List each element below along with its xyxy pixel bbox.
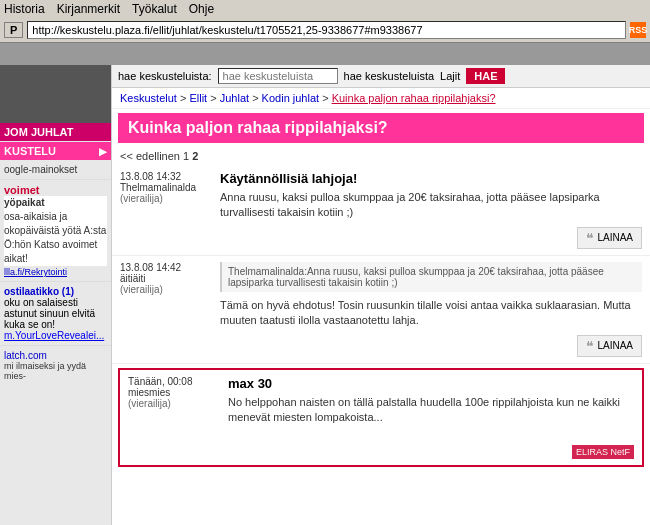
post-date-2: 13.8.08 14:42	[120, 262, 220, 273]
search-label-2: hae keskusteluista	[344, 70, 435, 82]
post-date-1: 13.8.08 14:32	[120, 171, 220, 182]
latch-link[interactable]: latch.com	[4, 350, 107, 361]
breadcrumb: Keskustelut > Ellit > Juhlat > Kodin juh…	[112, 88, 650, 109]
lajit-label: Lajit	[440, 70, 460, 82]
sidebar-juhlat[interactable]: JOM JUHLAT	[0, 123, 111, 141]
quote-icon-2: ❝	[586, 338, 594, 354]
post-content-2: Thelmamalinalda:Anna ruusu, kaksi pulloa…	[220, 262, 642, 357]
post-actions-2: ❝ LAINAA	[220, 335, 642, 357]
lainaa-button-2[interactable]: ❝ LAINAA	[577, 335, 642, 357]
post-author-1: Thelmamalinalda	[120, 182, 220, 193]
post-meta-1: 13.8.08 14:32 Thelmamalinalda (vierailij…	[120, 171, 220, 249]
content-area: hae keskusteluista: hae keskusteluista L…	[112, 65, 650, 525]
post-item-1: 13.8.08 14:32 Thelmamalinalda (vierailij…	[112, 165, 650, 256]
post-author-paren-1: (vierailija)	[120, 193, 220, 204]
post-item-2: 13.8.08 14:42 äitiäiti (vierailija) Thel…	[112, 256, 650, 364]
sidebar-avoimet-title: voimet	[4, 184, 107, 196]
breadcrumb-keskustelut[interactable]: Keskustelut	[120, 92, 177, 104]
highlighted-post-content: max 30 No helppohan naisten on tällä pal…	[228, 376, 634, 460]
sidebar-avoimet-link[interactable]: llla.fi/Rekrytointi	[4, 267, 67, 277]
address-bar: P RSS	[0, 18, 650, 42]
sidebar-top-image	[0, 65, 111, 123]
sidebar: JOM JUHLAT KUSTELU ▶ oogle-mainokset voi…	[0, 65, 112, 525]
highlighted-post-text: No helppohan naisten on tällä palstalla …	[228, 395, 634, 426]
breadcrumb-juhlat[interactable]: Juhlat	[220, 92, 249, 104]
lainaa-button-1[interactable]: ❝ LAINAA	[577, 227, 642, 249]
sidebar-latch-text: mi ilmaiseksi ja yydä mies-	[4, 361, 107, 381]
breadcrumb-current: Kuinka paljon rahaa rippilahjaksi?	[332, 92, 496, 104]
highlighted-post-author: miesmies	[128, 387, 228, 398]
menu-ohje[interactable]: Ohje	[189, 2, 214, 16]
watermark-area: ELIRAS NetF	[228, 429, 634, 459]
search-row: hae keskusteluista: hae keskusteluista L…	[112, 65, 650, 88]
highlighted-post-date: Tänään, 00:08	[128, 376, 228, 387]
pagination: << edellinen 1 2	[112, 147, 650, 165]
breadcrumb-ellit[interactable]: Ellit	[189, 92, 207, 104]
post-meta-2: 13.8.08 14:42 äitiäiti (vierailija)	[120, 262, 220, 357]
arrow-icon: ▶	[99, 146, 107, 157]
highlighted-post-title: max 30	[228, 376, 634, 391]
current-page: 2	[192, 150, 198, 162]
highlighted-post-author-paren: (vierailija)	[128, 398, 228, 409]
sidebar-latch: latch.com mi ilmaiseksi ja yydä mies-	[0, 346, 111, 385]
post-author-paren-2: (vierailija)	[120, 284, 220, 295]
highlighted-post: Tänään, 00:08 miesmies (vierailija) max …	[118, 368, 644, 468]
post-content-1: Käytännöllisiä lahjoja! Anna ruusu, kaks…	[220, 171, 642, 249]
rss-icon[interactable]: RSS	[630, 22, 646, 38]
search-input-1[interactable]	[218, 68, 338, 84]
sidebar-postilaatikko-text: oku on salaisesti astunut sinuun elvitä …	[4, 297, 107, 330]
sidebar-avoimet: voimet yöpaikat osa-aikaisia ja okopäivä…	[0, 180, 111, 282]
browser-chrome: Historia Kirjanmerkit Työkalut Ohje P RS…	[0, 0, 650, 43]
address-input[interactable]	[27, 21, 626, 39]
page-title: Kuinka paljon rahaa rippilahjaksi?	[118, 113, 644, 143]
quote-box-2: Thelmamalinalda:Anna ruusu, kaksi pulloa…	[220, 262, 642, 292]
sidebar-avoimet-subtitle: yöpaikat osa-aikaisia ja okopäiväistä yö…	[4, 196, 107, 266]
menu-historia[interactable]: Historia	[4, 2, 45, 16]
hae-button[interactable]: HAE	[466, 68, 505, 84]
sidebar-postilaatikko-title[interactable]: ostilaatikko (1)	[4, 286, 107, 297]
sidebar-google-ads: oogle-mainokset	[0, 160, 111, 180]
main-layout: JOM JUHLAT KUSTELU ▶ oogle-mainokset voi…	[0, 65, 650, 525]
watermark: ELIRAS NetF	[572, 445, 634, 459]
tab-bar	[0, 43, 650, 65]
quote-icon-1: ❝	[586, 230, 594, 246]
menu-kirjanmerkit[interactable]: Kirjanmerkit	[57, 2, 120, 16]
sidebar-postilaatikko: ostilaatikko (1) oku on salaisesti astun…	[0, 282, 111, 346]
highlighted-post-meta: Tänään, 00:08 miesmies (vierailija)	[128, 376, 228, 460]
post-text-1: Anna ruusu, kaksi pulloa skumppaa ja 20€…	[220, 190, 642, 221]
post-text-2: Tämä on hyvä ehdotus! Tosin ruusunkin ti…	[220, 298, 642, 329]
p-button[interactable]: P	[4, 22, 23, 38]
sidebar-postilaatikko-link[interactable]: m.YourLoveRevealei...	[4, 330, 104, 341]
menu-bar: Historia Kirjanmerkit Työkalut Ohje	[0, 0, 650, 18]
menu-tyokalut[interactable]: Työkalut	[132, 2, 177, 16]
breadcrumb-kodin-juhlat[interactable]: Kodin juhlat	[262, 92, 320, 104]
post-author-2: äitiäiti	[120, 273, 220, 284]
search-label: hae keskusteluista:	[118, 70, 212, 82]
sidebar-keskustelu[interactable]: KUSTELU ▶	[0, 142, 111, 160]
post-title-1: Käytännöllisiä lahjoja!	[220, 171, 642, 186]
post-actions-1: ❝ LAINAA	[220, 227, 642, 249]
